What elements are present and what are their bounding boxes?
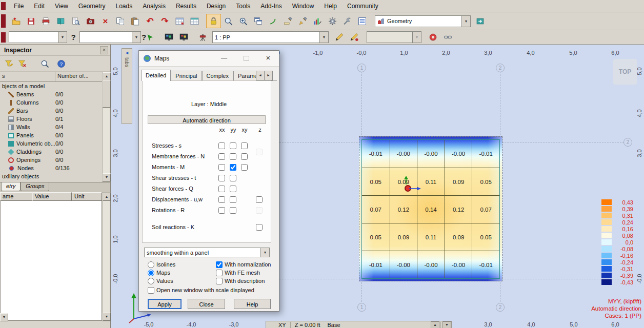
- cascade-windows-button[interactable]: [251, 14, 266, 28]
- level-selector-button[interactable]: [195, 30, 210, 45]
- dialog-titlebar[interactable]: Maps — ×: [139, 51, 279, 67]
- load-case-combo[interactable]: 1 : PP ▼: [212, 31, 329, 43]
- chevron-down-icon[interactable]: ▼: [461, 16, 470, 27]
- tree-item-panels[interactable]: Panels0/0: [0, 131, 102, 139]
- menu-item-results[interactable]: Results: [171, 3, 202, 10]
- open-button[interactable]: [9, 14, 24, 28]
- section-shape-button[interactable]: [426, 30, 440, 45]
- object-selection-combo[interactable]: ▼: [79, 31, 141, 43]
- table-scrollbar[interactable]: ▲ ▼: [102, 192, 110, 321]
- scroll-up-icon[interactable]: ▲: [103, 193, 111, 201]
- filter-edit-button[interactable]: [2, 57, 15, 70]
- tab-detailed[interactable]: Detailed: [141, 70, 171, 81]
- with-description-checkbox[interactable]: [216, 278, 223, 284]
- view-attributes-button[interactable]: [176, 30, 191, 45]
- automatic-direction-button[interactable]: Automatic direction: [148, 115, 266, 124]
- tree-item-openings[interactable]: Openings0/0: [0, 156, 102, 164]
- values-radio[interactable]: [148, 278, 154, 284]
- tree-item-claddings[interactable]: Claddings0/0: [0, 148, 102, 156]
- membrane-yy-checkbox[interactable]: [230, 153, 236, 160]
- axis-definition-button[interactable]: [266, 14, 280, 28]
- calculations-button[interactable]: [172, 14, 187, 28]
- design-chart-button[interactable]: [310, 14, 325, 28]
- stresses-xy-checkbox[interactable]: [241, 142, 248, 149]
- node-selection-combo[interactable]: ▼: [9, 31, 67, 43]
- close-button[interactable]: Close: [188, 299, 225, 309]
- tab-principal[interactable]: Principal: [171, 71, 202, 81]
- smoothing-combo[interactable]: smoothing within a panel ▼: [144, 248, 270, 257]
- tree-item-volumetric[interactable]: Volumetric ob...0/0: [0, 139, 102, 148]
- tab-complex[interactable]: Complex: [202, 71, 233, 81]
- tree-item-floors[interactable]: Floors0/1: [0, 115, 102, 123]
- level-name[interactable]: Base: [328, 322, 340, 328]
- zoom-in-button[interactable]: [236, 14, 251, 28]
- apply-button[interactable]: Apply: [148, 299, 182, 309]
- stresses-yy-checkbox[interactable]: [230, 142, 236, 149]
- node-help-button[interactable]: ?: [67, 30, 79, 45]
- lock-viewer-button[interactable]: [206, 14, 221, 28]
- membrane-xy-checkbox[interactable]: [241, 153, 248, 160]
- tree-item-bars[interactable]: Bars0/0: [0, 107, 102, 115]
- open-new-window-checkbox[interactable]: [148, 287, 154, 294]
- displacements-z-checkbox[interactable]: [256, 196, 263, 203]
- chevron-down-icon[interactable]: ▼: [132, 32, 140, 43]
- tree-root-objects[interactable]: bjects of a model: [0, 82, 102, 90]
- level-down-button[interactable]: ▼: [442, 321, 451, 328]
- design-wall-button[interactable]: [295, 14, 310, 28]
- design-gear-button[interactable]: [325, 14, 340, 28]
- view-cube[interactable]: TOP: [613, 59, 637, 85]
- chevron-down-icon[interactable]: ▼: [319, 32, 328, 43]
- minimize-icon[interactable]: —: [217, 53, 231, 63]
- view-display-button[interactable]: [162, 30, 176, 45]
- menu-item-loads[interactable]: Loads: [111, 3, 138, 10]
- stresses-xx-checkbox[interactable]: [218, 142, 225, 149]
- paste-button[interactable]: [128, 14, 143, 28]
- shear-forces-xx-checkbox[interactable]: [218, 186, 225, 192]
- redo-button[interactable]: ↷: [157, 14, 172, 28]
- scroll-down-icon[interactable]: ▼: [103, 173, 111, 181]
- menu-item-view[interactable]: View: [50, 3, 73, 10]
- level-up-button[interactable]: ▲: [431, 321, 439, 328]
- isolines-radio[interactable]: [148, 261, 154, 268]
- notes-button[interactable]: [53, 14, 68, 28]
- moments-xx-checkbox[interactable]: [218, 164, 225, 171]
- copy-button[interactable]: [113, 14, 128, 28]
- inspector-titlebar[interactable]: Inspector ×: [0, 45, 110, 56]
- scroll-down-icon[interactable]: ▼: [0, 313, 8, 321]
- wrench-tools-button[interactable]: [340, 14, 355, 28]
- section-database-button[interactable]: [355, 14, 370, 28]
- menu-item-help[interactable]: Help: [319, 3, 342, 10]
- menu-item-addins[interactable]: Add-Ins: [255, 3, 287, 10]
- undo-button[interactable]: ↶: [143, 14, 157, 28]
- tab-groups[interactable]: Groups: [21, 182, 49, 191]
- edit-case-button[interactable]: [332, 30, 347, 45]
- shear-stresses-yy-checkbox[interactable]: [230, 175, 236, 181]
- menu-item-edit[interactable]: Edit: [29, 3, 50, 10]
- delete-button[interactable]: ×: [98, 14, 113, 28]
- tree-item-columns[interactable]: Columns0/0: [0, 98, 102, 107]
- shear-stresses-xx-checkbox[interactable]: [218, 175, 225, 181]
- help-button[interactable]: Help: [234, 299, 271, 309]
- results-table-button[interactable]: [187, 14, 202, 28]
- tree-item-walls[interactable]: Walls0/4: [0, 123, 102, 131]
- print-preview-button[interactable]: [68, 14, 83, 28]
- tabs-strip[interactable]: ◄ tabs: [122, 48, 132, 124]
- column-unit[interactable]: Unit: [72, 192, 102, 201]
- with-fe-mesh-checkbox[interactable]: [216, 270, 223, 276]
- soil-reactions-z-checkbox[interactable]: [256, 224, 263, 231]
- with-normalization-checkbox[interactable]: [216, 261, 223, 268]
- zoom-button[interactable]: [221, 14, 236, 28]
- membrane-xx-checkbox[interactable]: [218, 153, 225, 160]
- maps-radio[interactable]: [148, 270, 154, 276]
- column-name[interactable]: ame: [0, 192, 32, 201]
- tree-root-auxiliary[interactable]: uxiliary objects: [0, 172, 102, 180]
- object-help-button[interactable]: ?: [141, 30, 154, 45]
- displacements-xx-checkbox[interactable]: [218, 196, 225, 203]
- close-icon[interactable]: ×: [100, 46, 108, 54]
- filter-delete-button[interactable]: [15, 57, 29, 70]
- display-box-button[interactable]: [473, 14, 488, 28]
- column-value[interactable]: Value: [32, 192, 72, 201]
- search-button[interactable]: [38, 57, 51, 70]
- tab-scroll-right-icon[interactable]: ►: [264, 71, 273, 80]
- close-icon[interactable]: ×: [261, 53, 275, 63]
